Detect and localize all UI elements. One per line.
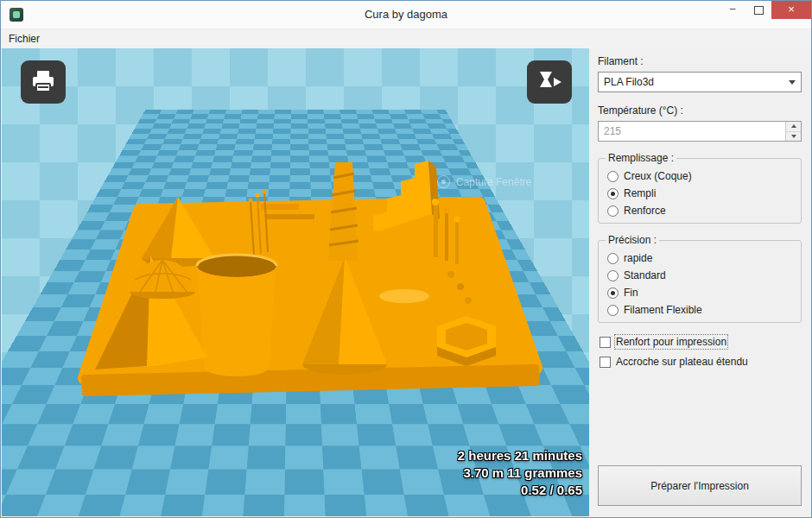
radio-fin[interactable]: Fin xyxy=(607,287,794,299)
settings-panel: Filament : PLA Filo3d Température (°C) :… xyxy=(589,48,810,516)
precision-title: Précision : xyxy=(606,234,659,246)
radio-label: Renforce xyxy=(624,205,666,217)
radio-standard[interactable]: Standard xyxy=(607,269,794,281)
menu-item-fichier[interactable]: Fichier xyxy=(1,29,48,48)
checkbox-renfort-impression[interactable]: Renfort pour impression xyxy=(599,336,802,348)
filament-label: Filament : xyxy=(598,55,802,67)
chevron-down-icon xyxy=(789,80,796,85)
maximize-button[interactable] xyxy=(745,1,771,19)
radio-icon xyxy=(607,171,619,182)
radio-creux-coque[interactable]: Creux (Coque) xyxy=(607,170,794,182)
print-stats: 2 heures 21 minutes 3.70 m 11 grammes 0.… xyxy=(458,447,582,499)
toolhead-button[interactable] xyxy=(527,60,572,104)
app-icon xyxy=(10,8,23,22)
maximize-icon xyxy=(754,6,764,15)
temperature-input[interactable]: 215 xyxy=(598,121,802,142)
radio-icon xyxy=(607,270,619,281)
checkbox-label: Renfort pour impression xyxy=(616,336,726,348)
app-window: Cura by dagoma – × Fichier xyxy=(0,0,812,518)
radio-icon xyxy=(607,188,619,199)
radio-renforce[interactable]: Renforce xyxy=(607,205,794,217)
window-controls: – × xyxy=(720,1,811,19)
menu-bar: Fichier xyxy=(1,29,811,48)
filament-select[interactable]: PLA Filo3d xyxy=(598,72,802,92)
radio-rapide[interactable]: rapide xyxy=(607,252,794,264)
window-title: Cura by dagoma xyxy=(1,1,811,28)
viewport-3d[interactable]: Capture Fenêtre 2 heures 21 minutes 3.70… xyxy=(2,48,589,516)
remplissage-group: Remplissage : Creux (Coque) Rempli Renfo… xyxy=(598,152,802,224)
temperature-spinner xyxy=(785,122,801,141)
filament-value: PLA Filo3d xyxy=(604,76,789,88)
arrow-up-icon xyxy=(791,124,796,128)
radio-label: Rempli xyxy=(624,187,656,199)
remplissage-title: Remplissage : xyxy=(606,152,676,164)
print-time: 2 heures 21 minutes xyxy=(458,447,582,464)
radio-label: Standard xyxy=(624,269,666,281)
title-bar[interactable]: Cura by dagoma – × xyxy=(1,1,811,29)
filament-usage: 3.70 m 11 grammes xyxy=(458,464,582,482)
model-scene[interactable] xyxy=(2,48,589,516)
temperature-value: 215 xyxy=(599,122,785,141)
prepare-print-button[interactable]: Préparer l'Impression xyxy=(598,465,802,506)
radio-icon xyxy=(607,305,619,316)
close-button[interactable]: × xyxy=(771,1,811,19)
radio-icon xyxy=(607,287,619,299)
arrow-down-icon xyxy=(791,135,796,138)
radio-icon xyxy=(607,205,619,217)
load-model-button[interactable] xyxy=(21,60,66,104)
radio-icon xyxy=(607,253,619,264)
cost-estimate: 0.52 / 0.65 xyxy=(458,482,582,499)
precision-group: Précision : rapide Standard Fin Filament… xyxy=(598,234,802,323)
radio-filament-flexible[interactable]: Filament Flexible xyxy=(607,304,794,316)
minimize-button[interactable]: – xyxy=(720,1,745,19)
radio-label: Creux (Coque) xyxy=(624,170,692,182)
radio-rempli[interactable]: Rempli xyxy=(607,187,794,199)
checkbox-icon xyxy=(599,357,611,368)
spin-up-button[interactable] xyxy=(786,122,801,132)
printer-icon xyxy=(29,69,57,95)
radio-label: Fin xyxy=(624,287,638,299)
radio-label: Filament Flexible xyxy=(624,304,702,316)
checkbox-icon xyxy=(599,337,611,348)
checkbox-label: Accroche sur plateau étendu xyxy=(616,356,748,368)
radio-label: rapide xyxy=(624,252,652,264)
extruder-icon xyxy=(535,69,564,95)
checkbox-accroche-plateau[interactable]: Accroche sur plateau étendu xyxy=(599,356,802,368)
temperature-label: Température (°C) : xyxy=(598,104,802,117)
spin-down-button[interactable] xyxy=(786,132,801,142)
